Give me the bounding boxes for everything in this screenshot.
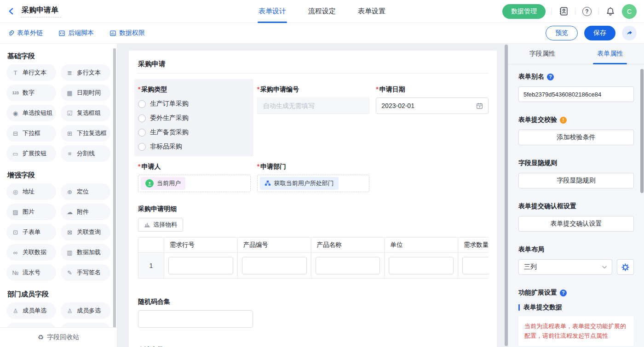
- form-external-link[interactable]: 表单外链: [7, 29, 43, 37]
- single-line-text-icon: T: [12, 70, 19, 76]
- properties-tabs: 字段属性 表单属性: [508, 44, 644, 64]
- field-random-code[interactable]: 随机码合集: [134, 291, 491, 333]
- field-recycle-bin[interactable]: ♻ 字段回收站: [0, 327, 117, 347]
- detail-cell-input[interactable]: [462, 257, 489, 274]
- detail-cell-input[interactable]: [316, 257, 380, 274]
- relation-query-icon: ⊠: [66, 229, 74, 235]
- order-number-input[interactable]: [257, 97, 370, 114]
- sidebar-item-data-load[interactable]: ▥数据加载: [61, 244, 110, 261]
- applicant-label: 申请人: [141, 162, 161, 171]
- radio-option[interactable]: 委外生产采购: [138, 114, 251, 122]
- sidebar-item-attachment[interactable]: ☁附件: [61, 204, 110, 220]
- tab-field-properties[interactable]: 字段属性: [508, 44, 576, 64]
- help-icon[interactable]: ?: [581, 6, 592, 17]
- member-multi-icon: ♙: [66, 308, 74, 314]
- detail-cell-input[interactable]: [389, 257, 454, 274]
- tab-flow-setting[interactable]: 流程设定: [308, 0, 336, 23]
- field-purchase-type[interactable]: *采购类型 生产订单采购 委外生产采购 生产备货采购 非标品采购: [134, 79, 253, 156]
- field-approval-section[interactable]: 申请审批: [134, 345, 491, 347]
- backend-script-link[interactable]: 后端脚本: [58, 29, 94, 37]
- radio-option[interactable]: 生产订单采购: [138, 100, 251, 108]
- tab-form-setting[interactable]: 表单设置: [358, 0, 385, 23]
- sidebar-item-image[interactable]: ▨图片: [6, 204, 56, 220]
- visibility-rules-button[interactable]: 字段显隐规则: [518, 173, 634, 188]
- department-value-box[interactable]: 获取当前用户所处部门: [257, 175, 370, 192]
- top-header: 采购申请单 表单设计 流程设定 表单设置 数据管理 ?: [0, 0, 644, 23]
- help-icon[interactable]: ?: [547, 74, 554, 80]
- form-alias-input[interactable]: [518, 86, 634, 102]
- sidebar-item-relation-query[interactable]: ⊠关联查询: [61, 224, 110, 240]
- sidebar-item-multi-line-text[interactable]: ≣多行文本: [61, 64, 110, 81]
- contacts-icon[interactable]: [558, 6, 569, 17]
- submit-confirm-button[interactable]: 表单提交确认设置: [518, 216, 634, 232]
- bell-icon[interactable]: [605, 6, 616, 17]
- sidebar-item-multi-dropdown[interactable]: ⊞下拉复选框: [61, 125, 110, 142]
- share-button[interactable]: [622, 26, 637, 40]
- sidebar-item-relation-data[interactable]: ∞关联数据: [6, 244, 56, 261]
- avatar[interactable]: C: [622, 4, 637, 19]
- sidebar-item-divider-line[interactable]: ≡分割线: [61, 145, 110, 162]
- detail-cell-input[interactable]: [242, 257, 307, 274]
- member-fields-grid: ♙成员单选 ♙成员多选: [6, 302, 110, 327]
- detail-cell-input[interactable]: [168, 257, 233, 274]
- sidebar-item-member-multi[interactable]: ♙成员多选: [61, 302, 110, 319]
- sidebar-item-signature[interactable]: ✎手写签名: [61, 264, 110, 281]
- sidebar-scrollbar[interactable]: [113, 48, 116, 347]
- random-code-input[interactable]: [138, 310, 253, 328]
- sidebar-item-checkbox-group[interactable]: ☑复选框组: [61, 105, 110, 121]
- tab-form-design[interactable]: 表单设计: [259, 0, 286, 23]
- radio-option[interactable]: 生产备货采购: [138, 128, 251, 137]
- add-validation-button[interactable]: 添加校验条件: [518, 130, 634, 145]
- sidebar-item-dropdown[interactable]: ⊟下拉框: [6, 125, 56, 142]
- column-header: 需求行号: [164, 238, 238, 253]
- warning-icon[interactable]: !: [560, 117, 567, 124]
- sidebar-item-location[interactable]: ⊕定位: [61, 183, 110, 200]
- form-external-link-label: 表单外链: [17, 29, 43, 37]
- field-department[interactable]: *申请部门 获取当前用户所处部门: [253, 156, 373, 198]
- canvas-scrollbar[interactable]: [505, 45, 508, 346]
- sidebar-item-single-line-text[interactable]: T单行文本: [6, 64, 56, 81]
- sidebar-item-partial[interactable]: [6, 323, 56, 327]
- field-order-number[interactable]: *采购申请编号: [253, 79, 373, 156]
- field-apply-date[interactable]: *申请日期 2023-02-01: [372, 79, 491, 156]
- panel-scrollbar[interactable]: [640, 69, 644, 193]
- sidebar-item-partial[interactable]: [61, 323, 110, 327]
- radio-icon[interactable]: [138, 129, 146, 137]
- field-applicant[interactable]: *申请人 当前用户: [134, 156, 253, 198]
- radio-icon[interactable]: [138, 100, 146, 108]
- sidebar-item-radio-group[interactable]: ◉单选按钮组: [6, 105, 56, 121]
- sidebar-item-datetime[interactable]: ▦日期时间: [61, 85, 110, 101]
- sidebar-item-address[interactable]: ◎地址: [6, 183, 56, 200]
- current-user-tag[interactable]: 当前用户: [141, 177, 185, 190]
- radio-option[interactable]: 非标品采购: [138, 142, 251, 151]
- data-permission-link[interactable]: 数据权限: [109, 29, 145, 37]
- gear-icon: [621, 263, 629, 271]
- sidebar-item-extend-button[interactable]: ▭扩展按钮: [6, 145, 56, 162]
- back-icon[interactable]: [7, 7, 15, 15]
- sidebar-item-subform[interactable]: ⊡子表单: [6, 224, 56, 240]
- save-button[interactable]: 保存: [584, 26, 615, 40]
- form-group-title[interactable]: 采购申请: [134, 60, 491, 68]
- data-manage-button[interactable]: 数据管理: [502, 4, 546, 19]
- number-icon: 123: [12, 91, 19, 95]
- layout-select[interactable]: 三列: [518, 259, 612, 275]
- column-header: 产品编号: [237, 238, 311, 253]
- preview-button[interactable]: 预览: [546, 26, 578, 40]
- section-bar: [518, 304, 520, 311]
- applicant-value-box[interactable]: 当前用户: [138, 175, 251, 192]
- field-purchase-detail[interactable]: 采购申请明细 选择物料 需求行号 产品编号: [134, 199, 491, 284]
- apply-date-input[interactable]: 2023-02-01: [376, 97, 489, 114]
- page-title[interactable]: 采购申请单: [21, 6, 61, 17]
- radio-icon[interactable]: [138, 114, 146, 122]
- help-icon[interactable]: ?: [560, 290, 567, 296]
- layout-settings-button[interactable]: [617, 259, 634, 275]
- sidebar-item-serial-number[interactable]: №流水号: [6, 264, 56, 281]
- sidebar-item-member-single[interactable]: ♙成员单选: [6, 302, 56, 319]
- sidebar-item-number[interactable]: 123数字: [6, 85, 56, 101]
- department-tag[interactable]: 获取当前用户所处部门: [260, 177, 339, 190]
- multi-dropdown-icon: ⊞: [66, 131, 74, 137]
- tab-form-properties[interactable]: 表单属性: [576, 44, 644, 64]
- radio-icon[interactable]: [138, 143, 146, 151]
- extension-settings-title: 功能扩展设置?: [518, 289, 634, 297]
- select-material-button[interactable]: 选择物料: [138, 218, 183, 232]
